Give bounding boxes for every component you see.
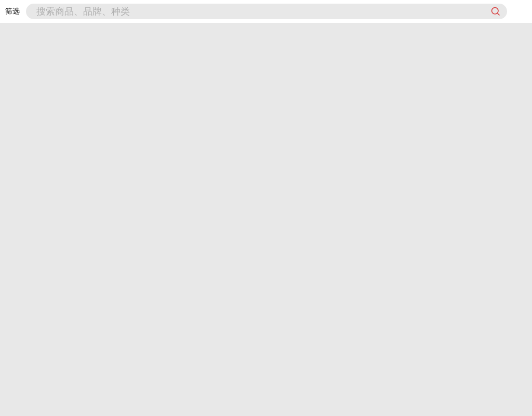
search-input[interactable] bbox=[36, 6, 489, 17]
filter-label[interactable]: 筛选 bbox=[4, 7, 20, 16]
search-icon bbox=[490, 6, 501, 17]
svg-point-0 bbox=[492, 8, 499, 15]
search-button[interactable] bbox=[489, 5, 502, 18]
search-container bbox=[26, 4, 507, 19]
svg-line-1 bbox=[497, 13, 499, 15]
content-area bbox=[0, 23, 532, 416]
header-bar: 筛选 bbox=[0, 0, 532, 23]
